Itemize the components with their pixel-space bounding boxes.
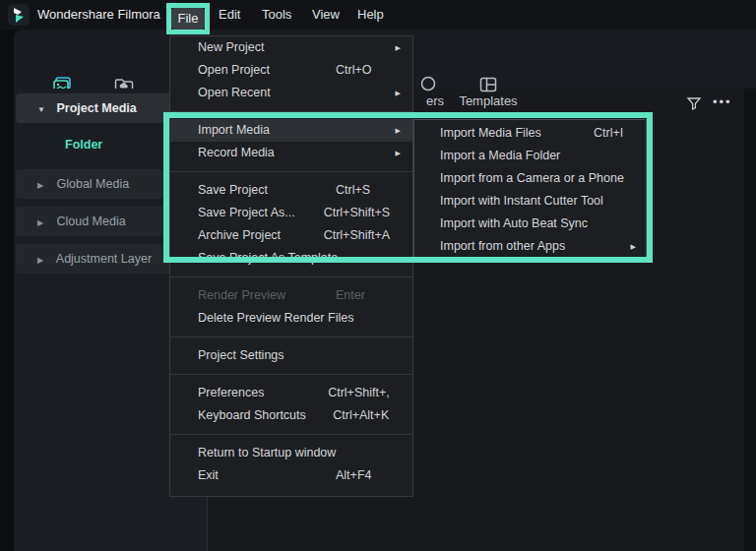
menu-item-exit[interactable]: Exit Alt+F4	[170, 464, 412, 487]
title-bar: Wondershare Filmora File Edit Tools View…	[0, 0, 756, 30]
file-menu: New Project ▶ Open Project Ctrl+O Open R…	[169, 35, 413, 497]
submenu-item-import-from-camera-or-phone[interactable]: Import from a Camera or a Phone	[414, 167, 646, 190]
menu-separator	[170, 104, 412, 119]
menu-item-save-project[interactable]: Save Project Ctrl+S	[170, 179, 412, 202]
sidebar-label: Cloud Media	[56, 214, 125, 228]
expand-arrow-icon: ▶	[37, 246, 53, 276]
menu-item-return-to-startup-window[interactable]: Return to Startup window	[170, 442, 412, 464]
submenu-arrow-icon: ▶	[389, 82, 401, 104]
menu-item-keyboard-shortcuts[interactable]: Keyboard Shortcuts Ctrl+Alt+K	[170, 404, 412, 427]
menu-item-save-project-as-template[interactable]: Save Project As Template	[170, 247, 412, 270]
sidebar-label: Global Media	[56, 177, 129, 191]
submenu-item-import-a-media-folder[interactable]: Import a Media Folder	[414, 145, 646, 167]
menu-item-open-recent[interactable]: Open Recent ▶	[170, 82, 412, 104]
submenu-arrow-icon: ▶	[389, 119, 401, 142]
sidebar-item-folder[interactable]: Folder	[65, 137, 102, 153]
menu-item-new-project[interactable]: New Project ▶	[170, 36, 412, 59]
window-right-edge	[744, 89, 756, 551]
more-options-icon[interactable]: •••	[713, 89, 732, 118]
menu-item-project-settings[interactable]: Project Settings	[170, 344, 412, 367]
filmora-logo-icon	[8, 4, 30, 26]
submenu-item-import-media-files[interactable]: Import Media Files Ctrl+I	[414, 122, 646, 145]
menu-separator	[170, 330, 412, 344]
menu-edit[interactable]: Edit	[219, 0, 240, 30]
menu-file[interactable]: File	[171, 8, 205, 30]
submenu-item-import-with-instant-cutter-tool[interactable]: Import with Instant Cutter Tool	[414, 190, 646, 213]
menu-item-import-media[interactable]: Import Media ▶	[170, 119, 412, 142]
submenu-arrow-icon: ▶	[624, 235, 636, 258]
menu-item-preferences[interactable]: Preferences Ctrl+Shift+,	[170, 382, 412, 404]
menu-help[interactable]: Help	[357, 0, 384, 30]
app-title: Wondershare Filmora	[37, 0, 160, 30]
menu-tools[interactable]: Tools	[262, 0, 291, 30]
import-media-submenu: Import Media Files Ctrl+I Import a Media…	[413, 119, 647, 258]
menu-separator	[170, 270, 412, 284]
menu-separator	[170, 367, 412, 382]
menu-separator	[170, 164, 412, 179]
menu-item-render-preview: Render Preview Enter	[170, 284, 412, 307]
sidebar-label: Adjustment Layer	[56, 252, 152, 266]
submenu-arrow-icon: ▶	[389, 36, 401, 59]
expand-arrow-icon: ▶	[37, 209, 53, 238]
menu-item-delete-preview-render-files[interactable]: Delete Preview Render Files	[170, 307, 412, 330]
submenu-arrow-icon: ▶	[389, 142, 401, 164]
collapse-arrow-icon: ▼	[37, 95, 53, 125]
expand-arrow-icon: ▶	[37, 171, 53, 201]
menu-item-open-project[interactable]: Open Project Ctrl+O	[170, 59, 412, 82]
filter-icon[interactable]	[686, 95, 702, 111]
menu-separator	[170, 427, 412, 442]
menu-view[interactable]: View	[312, 0, 340, 30]
sidebar-label: Project Media	[56, 101, 136, 115]
submenu-item-import-with-auto-beat-sync[interactable]: Import with Auto Beat Sync	[414, 213, 646, 235]
menu-item-save-project-as[interactable]: Save Project As... Ctrl+Shift+S	[170, 202, 412, 224]
menu-item-archive-project[interactable]: Archive Project Ctrl+Shift+A	[170, 224, 412, 247]
submenu-item-import-from-other-apps[interactable]: Import from other Apps ▶	[414, 235, 646, 258]
menu-item-record-media[interactable]: Record Media ▶	[170, 142, 412, 164]
